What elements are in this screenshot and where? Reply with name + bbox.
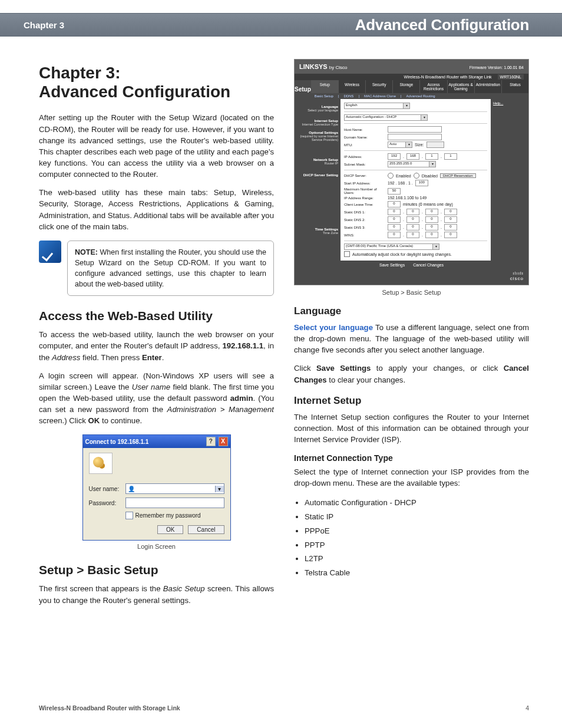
active-section: Setup [295,80,311,99]
close-button[interactable]: X [219,437,228,446]
main-tabs: Setup Wireless Security Storage Access R… [311,80,528,93]
user-icon: 👤 [128,486,135,492]
router-ui-screenshot: LINKSYS by Cisco Firmware Version: 1.00.… [294,59,529,285]
access-paragraph-2: A login screen will appear. (Non-Windows… [39,370,274,427]
mtu-size-input [427,141,444,148]
tab-wireless[interactable]: Wireless [338,80,365,93]
page-number: 4 [525,704,529,711]
list-item: L2TP [305,552,529,566]
save-settings-button[interactable]: Save Settings [379,263,405,267]
heading-language: Language [294,305,529,317]
heading-basic-setup: Setup > Basic Setup [39,563,274,577]
list-item: Static IP [305,510,529,524]
remember-checkbox[interactable] [125,512,133,519]
max-users-input[interactable]: 50 [388,188,401,195]
intro-paragraph-1: After setting up the Router with the Set… [39,112,274,180]
password-label: Password: [89,500,125,506]
login-titlebar: Connect to 192.168.1.1 ? X [83,435,230,448]
tab-storage[interactable]: Storage [392,80,419,93]
save-cancel-paragraph: Click Save Settings to apply your change… [294,363,529,385]
tab-apps[interactable]: Applications & Gaming [447,80,474,93]
basic-setup-paragraph: The first screen that appears is the Bas… [39,583,274,605]
list-item: Telstra Cable [305,566,529,580]
start-ip-input[interactable]: 100 [415,180,428,186]
note-text: NOTE: When first installing the Router, … [67,241,274,297]
intro-paragraph-2: The web-based utility has these main tab… [39,187,274,232]
domain-input[interactable] [388,134,442,140]
ip-oct1[interactable]: 192 [388,153,401,160]
firmware-version: Firmware Version: 1.00.01 B4 [470,65,524,70]
product-name: Wireless-N Broadband Router with Storage… [404,75,492,79]
tab-setup[interactable]: Setup [311,80,338,93]
dhcp-reservation-button[interactable]: DHCP Reservation [440,173,476,178]
dhcp-disabled-radio[interactable] [414,173,419,179]
login-caption: Login Screen [39,543,274,550]
model-name: WRT160NL [498,74,524,80]
subtab-ddns[interactable]: DDNS [343,94,353,98]
subtab-mac[interactable]: MAC Address Clone [364,94,396,98]
cancel-button[interactable]: Cancel [188,525,224,534]
language-paragraph: Select your language To use a different … [294,322,529,355]
chapter-heading: Chapter 3: Advanced Configuration [39,64,274,101]
list-item: PPPoE [305,524,529,538]
sub-tabs: Basic Setup | DDNS | MAC Address Clone |… [311,93,528,99]
chapter-label: Chapter 3 [24,20,64,30]
ip-oct4[interactable]: 1 [444,153,457,160]
left-column: Chapter 3: Advanced Configuration After … [39,59,274,687]
heading-connection-type: Internet Connection Type [294,453,529,463]
password-input[interactable] [125,498,224,508]
language-select[interactable]: English▾ [344,103,410,109]
subtab-advrouting[interactable]: Advanced Routing [406,94,435,98]
help-link[interactable]: Help... [493,101,526,105]
internet-setup-paragraph: The Internet Setup section configures th… [294,411,529,445]
section-title: Advanced Configuration [355,16,529,34]
login-dialog: Connect to 192.168.1.1 ? X User name: 👤 … [82,434,231,541]
keys-icon [89,453,113,474]
connection-type-select[interactable]: Automatic Configuration - DHCP▾ [344,114,428,121]
ip-oct2[interactable]: 168 [406,153,419,160]
tab-status[interactable]: Status [501,80,528,93]
tab-security[interactable]: Security [365,80,392,93]
list-item: PPTP [305,538,529,552]
username-label: User name: [89,486,125,492]
footer-title: Wireless-N Broadband Router with Storage… [39,704,180,711]
subtab-basic[interactable]: Basic Setup [315,94,333,98]
ip-oct3[interactable]: 1 [425,153,438,160]
lease-input[interactable]: 0 [388,201,401,207]
heading-internet-setup: Internet Setup [294,395,529,407]
login-title: Connect to 192.168.1.1 [85,439,149,445]
help-button[interactable]: ? [206,437,216,446]
username-input[interactable]: 👤 ▾ [125,483,224,494]
hostname-input[interactable] [388,126,442,133]
access-paragraph-1: To access the web-based utility, launch … [39,329,274,363]
cancel-changes-button[interactable]: Cancel Changes [413,263,444,267]
dhcp-enabled-radio[interactable] [388,173,394,179]
check-icon [39,241,61,263]
note-callout: NOTE: When first installing the Router, … [39,241,274,297]
page-footer: Wireless-N Broadband Router with Storage… [39,704,529,711]
tab-access[interactable]: Access Restrictions [419,80,447,93]
mtu-select[interactable]: Auto▾ [388,141,412,148]
router-ui-caption: Setup > Basic Setup [294,289,529,296]
connection-type-paragraph: Select the type of Internet connection y… [294,466,529,489]
connection-type-list: Automatic Configuration - DHCP Static IP… [305,496,529,580]
header-bar: Chapter 3 Advanced Configuration [0,13,562,37]
timezone-select[interactable]: (GMT-08:00) Pacific Time (USA & Canada)▾ [344,243,439,250]
cisco-logo: ılıılıcisco [295,269,528,285]
right-column: LINKSYS by Cisco Firmware Version: 1.00.… [294,59,529,687]
tab-admin[interactable]: Administration [474,80,501,93]
list-item: Automatic Configuration - DHCP [305,496,529,510]
ok-button[interactable]: OK [157,525,183,534]
dst-checkbox[interactable] [344,251,350,257]
chevron-down-icon[interactable]: ▾ [215,486,224,492]
remember-label: Remember my password [135,512,201,519]
heading-access-utility: Access the Web-Based Utility [39,309,274,323]
brand-logo: LINKSYS by Cisco [299,63,347,70]
subnet-select[interactable]: 255.255.255.0▾ [388,161,436,167]
